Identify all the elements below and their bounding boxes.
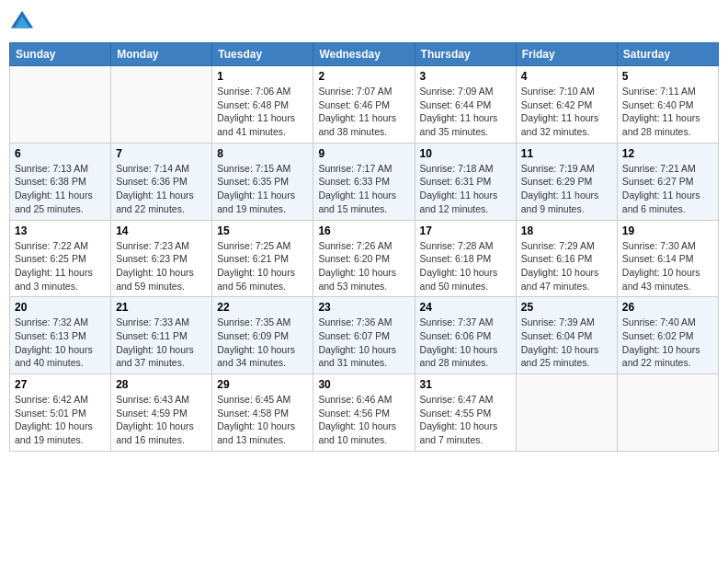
weekday-header-tuesday: Tuesday bbox=[212, 43, 313, 66]
day-number: 8 bbox=[217, 147, 308, 160]
day-number: 20 bbox=[15, 301, 106, 314]
calendar-cell: 31Sunrise: 6:47 AM Sunset: 4:55 PM Dayli… bbox=[415, 374, 516, 452]
day-number: 6 bbox=[15, 147, 106, 160]
calendar-cell: 23Sunrise: 7:36 AM Sunset: 6:07 PM Dayli… bbox=[313, 297, 415, 374]
day-info: Sunrise: 7:10 AM Sunset: 6:42 PM Dayligh… bbox=[521, 85, 612, 139]
logo bbox=[9, 9, 39, 35]
day-number: 11 bbox=[521, 147, 612, 160]
day-info: Sunrise: 7:06 AM Sunset: 6:48 PM Dayligh… bbox=[217, 85, 308, 139]
calendar-cell: 30Sunrise: 6:46 AM Sunset: 4:56 PM Dayli… bbox=[313, 374, 415, 452]
calendar-cell: 28Sunrise: 6:43 AM Sunset: 4:59 PM Dayli… bbox=[111, 374, 212, 452]
day-info: Sunrise: 7:33 AM Sunset: 6:11 PM Dayligh… bbox=[116, 316, 207, 370]
day-info: Sunrise: 7:30 AM Sunset: 6:14 PM Dayligh… bbox=[622, 239, 713, 293]
calendar-cell: 17Sunrise: 7:28 AM Sunset: 6:18 PM Dayli… bbox=[415, 220, 516, 297]
calendar-cell: 14Sunrise: 7:23 AM Sunset: 6:23 PM Dayli… bbox=[111, 220, 212, 297]
day-info: Sunrise: 7:28 AM Sunset: 6:18 PM Dayligh… bbox=[420, 239, 511, 293]
day-number: 22 bbox=[217, 301, 308, 314]
day-info: Sunrise: 7:13 AM Sunset: 6:38 PM Dayligh… bbox=[15, 162, 106, 216]
day-number: 17 bbox=[420, 224, 511, 237]
day-info: Sunrise: 7:32 AM Sunset: 6:13 PM Dayligh… bbox=[15, 316, 106, 370]
day-number: 31 bbox=[420, 378, 511, 391]
day-number: 25 bbox=[521, 301, 612, 314]
day-info: Sunrise: 7:23 AM Sunset: 6:23 PM Dayligh… bbox=[116, 239, 207, 293]
calendar-cell: 1Sunrise: 7:06 AM Sunset: 6:48 PM Daylig… bbox=[212, 66, 313, 144]
weekday-header-row: SundayMondayTuesdayWednesdayThursdayFrid… bbox=[10, 43, 719, 66]
day-number: 9 bbox=[318, 147, 409, 160]
calendar-cell: 7Sunrise: 7:14 AM Sunset: 6:36 PM Daylig… bbox=[111, 143, 212, 220]
calendar-cell: 3Sunrise: 7:09 AM Sunset: 6:44 PM Daylig… bbox=[415, 66, 516, 144]
calendar-cell: 4Sunrise: 7:10 AM Sunset: 6:42 PM Daylig… bbox=[516, 66, 617, 144]
day-number: 5 bbox=[622, 70, 713, 83]
weekday-header-friday: Friday bbox=[516, 43, 617, 66]
day-info: Sunrise: 7:17 AM Sunset: 6:33 PM Dayligh… bbox=[318, 162, 409, 216]
day-info: Sunrise: 7:19 AM Sunset: 6:29 PM Dayligh… bbox=[521, 162, 612, 216]
calendar-cell: 6Sunrise: 7:13 AM Sunset: 6:38 PM Daylig… bbox=[10, 143, 111, 220]
day-number: 16 bbox=[318, 224, 409, 237]
day-info: Sunrise: 7:37 AM Sunset: 6:06 PM Dayligh… bbox=[420, 316, 511, 370]
day-info: Sunrise: 7:36 AM Sunset: 6:07 PM Dayligh… bbox=[318, 316, 409, 370]
day-info: Sunrise: 6:46 AM Sunset: 4:56 PM Dayligh… bbox=[318, 393, 409, 447]
day-number: 14 bbox=[116, 224, 207, 237]
day-number: 2 bbox=[318, 70, 409, 83]
calendar-cell: 19Sunrise: 7:30 AM Sunset: 6:14 PM Dayli… bbox=[617, 220, 718, 297]
calendar-cell bbox=[111, 66, 212, 144]
day-number: 30 bbox=[318, 378, 409, 391]
day-info: Sunrise: 7:22 AM Sunset: 6:25 PM Dayligh… bbox=[15, 239, 106, 293]
calendar-cell: 15Sunrise: 7:25 AM Sunset: 6:21 PM Dayli… bbox=[212, 220, 313, 297]
calendar-cell bbox=[516, 374, 617, 452]
calendar-cell: 26Sunrise: 7:40 AM Sunset: 6:02 PM Dayli… bbox=[617, 297, 718, 374]
calendar-week-4: 20Sunrise: 7:32 AM Sunset: 6:13 PM Dayli… bbox=[10, 297, 719, 374]
day-number: 15 bbox=[217, 224, 308, 237]
calendar-cell: 21Sunrise: 7:33 AM Sunset: 6:11 PM Dayli… bbox=[111, 297, 212, 374]
day-info: Sunrise: 6:43 AM Sunset: 4:59 PM Dayligh… bbox=[116, 393, 207, 447]
calendar-cell: 13Sunrise: 7:22 AM Sunset: 6:25 PM Dayli… bbox=[10, 220, 111, 297]
calendar-cell: 11Sunrise: 7:19 AM Sunset: 6:29 PM Dayli… bbox=[516, 143, 617, 220]
calendar-cell: 12Sunrise: 7:21 AM Sunset: 6:27 PM Dayli… bbox=[617, 143, 718, 220]
calendar-cell: 29Sunrise: 6:45 AM Sunset: 4:58 PM Dayli… bbox=[212, 374, 313, 452]
day-info: Sunrise: 7:14 AM Sunset: 6:36 PM Dayligh… bbox=[116, 162, 207, 216]
day-number: 19 bbox=[622, 224, 713, 237]
day-info: Sunrise: 7:09 AM Sunset: 6:44 PM Dayligh… bbox=[420, 85, 511, 139]
day-info: Sunrise: 7:11 AM Sunset: 6:40 PM Dayligh… bbox=[622, 85, 713, 139]
calendar-cell: 10Sunrise: 7:18 AM Sunset: 6:31 PM Dayli… bbox=[415, 143, 516, 220]
day-number: 23 bbox=[318, 301, 409, 314]
day-info: Sunrise: 7:07 AM Sunset: 6:46 PM Dayligh… bbox=[318, 85, 409, 139]
calendar-cell bbox=[617, 374, 718, 452]
day-info: Sunrise: 7:40 AM Sunset: 6:02 PM Dayligh… bbox=[622, 316, 713, 370]
calendar-week-3: 13Sunrise: 7:22 AM Sunset: 6:25 PM Dayli… bbox=[10, 220, 719, 297]
day-number: 28 bbox=[116, 378, 207, 391]
calendar-cell: 24Sunrise: 7:37 AM Sunset: 6:06 PM Dayli… bbox=[415, 297, 516, 374]
calendar-cell: 16Sunrise: 7:26 AM Sunset: 6:20 PM Dayli… bbox=[313, 220, 415, 297]
day-number: 27 bbox=[15, 378, 106, 391]
day-number: 29 bbox=[217, 378, 308, 391]
weekday-header-saturday: Saturday bbox=[617, 43, 718, 66]
calendar-cell: 2Sunrise: 7:07 AM Sunset: 6:46 PM Daylig… bbox=[313, 66, 415, 144]
day-info: Sunrise: 7:29 AM Sunset: 6:16 PM Dayligh… bbox=[521, 239, 612, 293]
calendar-cell: 20Sunrise: 7:32 AM Sunset: 6:13 PM Dayli… bbox=[10, 297, 111, 374]
day-info: Sunrise: 7:21 AM Sunset: 6:27 PM Dayligh… bbox=[622, 162, 713, 216]
calendar-table: SundayMondayTuesdayWednesdayThursdayFrid… bbox=[9, 42, 719, 452]
calendar-week-2: 6Sunrise: 7:13 AM Sunset: 6:38 PM Daylig… bbox=[10, 143, 719, 220]
weekday-header-thursday: Thursday bbox=[415, 43, 516, 66]
calendar-cell: 18Sunrise: 7:29 AM Sunset: 6:16 PM Dayli… bbox=[516, 220, 617, 297]
weekday-header-monday: Monday bbox=[111, 43, 212, 66]
day-info: Sunrise: 7:39 AM Sunset: 6:04 PM Dayligh… bbox=[521, 316, 612, 370]
day-number: 26 bbox=[622, 301, 713, 314]
day-info: Sunrise: 7:15 AM Sunset: 6:35 PM Dayligh… bbox=[217, 162, 308, 216]
calendar-week-5: 27Sunrise: 6:42 AM Sunset: 5:01 PM Dayli… bbox=[10, 374, 719, 452]
calendar-week-1: 1Sunrise: 7:06 AM Sunset: 6:48 PM Daylig… bbox=[10, 66, 719, 144]
calendar-cell: 27Sunrise: 6:42 AM Sunset: 5:01 PM Dayli… bbox=[10, 374, 111, 452]
calendar-cell: 5Sunrise: 7:11 AM Sunset: 6:40 PM Daylig… bbox=[617, 66, 718, 144]
calendar-cell: 25Sunrise: 7:39 AM Sunset: 6:04 PM Dayli… bbox=[516, 297, 617, 374]
weekday-header-wednesday: Wednesday bbox=[313, 43, 415, 66]
calendar-cell bbox=[10, 66, 111, 144]
day-number: 10 bbox=[420, 147, 511, 160]
logo-icon bbox=[9, 9, 35, 35]
day-info: Sunrise: 7:26 AM Sunset: 6:20 PM Dayligh… bbox=[318, 239, 409, 293]
day-number: 13 bbox=[15, 224, 106, 237]
day-number: 12 bbox=[622, 147, 713, 160]
calendar-cell: 9Sunrise: 7:17 AM Sunset: 6:33 PM Daylig… bbox=[313, 143, 415, 220]
day-info: Sunrise: 6:45 AM Sunset: 4:58 PM Dayligh… bbox=[217, 393, 308, 447]
day-number: 3 bbox=[420, 70, 511, 83]
day-number: 21 bbox=[116, 301, 207, 314]
